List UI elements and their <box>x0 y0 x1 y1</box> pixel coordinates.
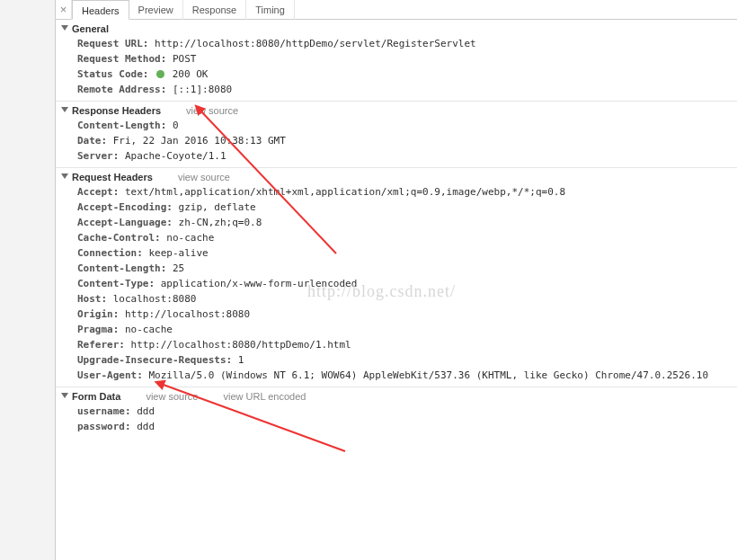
label: Accept-Language: <box>77 217 173 228</box>
label: Cache-Control: <box>77 232 161 244</box>
row-content-length: Content-Length: 0 <box>56 118 737 133</box>
value: localhost:8080 <box>113 293 197 305</box>
section-title: Request Headers <box>72 172 153 182</box>
close-icon[interactable]: × <box>56 0 72 20</box>
left-gutter <box>0 0 56 560</box>
label: Content-Length: <box>77 120 166 131</box>
status-dot-icon <box>156 70 164 78</box>
label: Accept-Encoding: <box>77 201 173 213</box>
tab-headers[interactable]: Headers <box>72 0 129 20</box>
value: text/html,application/xhtml+xml,applicat… <box>125 186 565 198</box>
section-response-headers-header[interactable]: Response Headers view source <box>56 103 737 118</box>
value: 25 <box>173 262 184 274</box>
view-source-link[interactable]: view source <box>178 172 230 182</box>
value: Mozilla/5.0 (Windows NT 6.1; WOW64) Appl… <box>148 369 708 381</box>
value: POST <box>173 53 197 65</box>
row-accept-language: Accept-Language: zh-CN,zh;q=0.8 <box>56 215 737 230</box>
value: Apache-Coyote/1.1 <box>125 150 226 162</box>
section-title: General <box>72 23 109 34</box>
row-content-length-req: Content-Length: 25 <box>56 261 737 276</box>
value: [::1]:8080 <box>173 84 232 95</box>
row-remote-address: Remote Address: [::1]:8080 <box>56 82 737 97</box>
section-general: General Request URL: http://localhost:80… <box>56 20 737 102</box>
row-upgrade-insecure: Upgrade-Insecure-Requests: 1 <box>56 352 737 368</box>
section-response-headers: Response Headers view source Content-Len… <box>56 102 737 168</box>
section-title: Response Headers <box>72 105 161 116</box>
chevron-down-icon <box>61 393 68 398</box>
row-accept: Accept: text/html,application/xhtml+xml,… <box>56 184 737 200</box>
value: ddd <box>137 405 155 417</box>
row-origin: Origin: http://localhost:8080 <box>56 307 737 322</box>
view-url-encoded-link[interactable]: view URL encoded <box>223 391 306 402</box>
row-host: Host: localhost:8080 <box>56 291 737 307</box>
value: no-cache <box>125 324 173 335</box>
headers-panel: General Request URL: http://localhost:80… <box>56 20 737 438</box>
view-source-link[interactable]: view source <box>146 391 198 402</box>
section-form-data-header[interactable]: Form Data view source view URL encoded <box>56 389 737 404</box>
value: keep-alive <box>148 247 208 259</box>
label: Upgrade-Insecure-Requests: <box>77 354 232 366</box>
row-referer: Referer: http://localhost:8080/httpDemo/… <box>56 337 737 352</box>
label: Date: <box>77 135 107 147</box>
label: Origin: <box>77 308 119 320</box>
label: Request URL: <box>77 38 148 49</box>
chevron-down-icon <box>61 25 68 31</box>
tab-response[interactable]: Response <box>183 0 247 20</box>
section-general-header[interactable]: General <box>56 22 737 36</box>
value: Fri, 22 Jan 2016 10:38:13 GMT <box>113 135 286 147</box>
tab-timing[interactable]: Timing <box>246 0 295 20</box>
value: 1 <box>238 354 244 366</box>
row-password: password: ddd <box>56 419 737 434</box>
section-request-headers-header[interactable]: Request Headers view source <box>56 170 737 184</box>
view-source-link[interactable]: view source <box>186 105 238 116</box>
row-user-agent: User-Agent: Mozilla/5.0 (Windows NT 6.1;… <box>56 368 737 383</box>
value: 0 <box>173 120 179 131</box>
row-cache-control: Cache-Control: no-cache <box>56 230 737 245</box>
value: no-cache <box>166 232 214 244</box>
label: Accept: <box>77 186 119 198</box>
tab-preview[interactable]: Preview <box>129 0 183 20</box>
value: http://localhost:8080/httpDemo/1.html <box>131 339 351 351</box>
label: Status Code: <box>77 68 148 80</box>
value: zh-CN,zh;q=0.8 <box>179 217 262 228</box>
row-content-type: Content-Type: application/x-www-form-url… <box>56 276 737 291</box>
section-request-headers: Request Headers view source Accept: text… <box>56 168 737 387</box>
row-accept-encoding: Accept-Encoding: gzip, deflate <box>56 200 737 215</box>
chevron-down-icon <box>61 107 68 112</box>
label: Referer: <box>77 339 125 351</box>
row-connection: Connection: keep-alive <box>56 245 737 261</box>
row-server: Server: Apache-Coyote/1.1 <box>56 148 737 164</box>
row-request-url: Request URL: http://localhost:8080/httpD… <box>56 36 737 51</box>
value: http://localhost:8080/httpDemo/servlet/R… <box>155 38 476 49</box>
label: Content-Type: <box>77 278 155 289</box>
label: User-Agent: <box>77 369 143 381</box>
label: username: <box>77 405 131 417</box>
label: Connection: <box>77 247 143 259</box>
label: Content-Length: <box>77 262 166 274</box>
value: http://localhost:8080 <box>125 308 250 320</box>
value: application/x-www-form-urlencoded <box>161 278 358 289</box>
label: Pragma: <box>77 324 119 335</box>
value: ddd <box>137 421 155 432</box>
label: Host: <box>77 293 107 305</box>
row-date: Date: Fri, 22 Jan 2016 10:38:13 GMT <box>56 133 737 148</box>
label: Request Method: <box>77 53 166 65</box>
row-request-method: Request Method: POST <box>56 51 737 67</box>
label: password: <box>77 421 131 432</box>
chevron-down-icon <box>61 173 68 179</box>
value: 200 OK <box>173 68 209 80</box>
row-pragma: Pragma: no-cache <box>56 322 737 337</box>
row-status-code: Status Code: 200 OK <box>56 67 737 82</box>
label: Remote Address: <box>77 84 166 95</box>
section-form-data: Form Data view source view URL encoded u… <box>56 387 737 438</box>
label: Server: <box>77 150 119 162</box>
value: gzip, deflate <box>179 201 256 213</box>
section-title: Form Data <box>72 391 120 402</box>
devtools-tabbar: × Headers Preview Response Timing <box>56 0 737 20</box>
row-username: username: ddd <box>56 404 737 419</box>
